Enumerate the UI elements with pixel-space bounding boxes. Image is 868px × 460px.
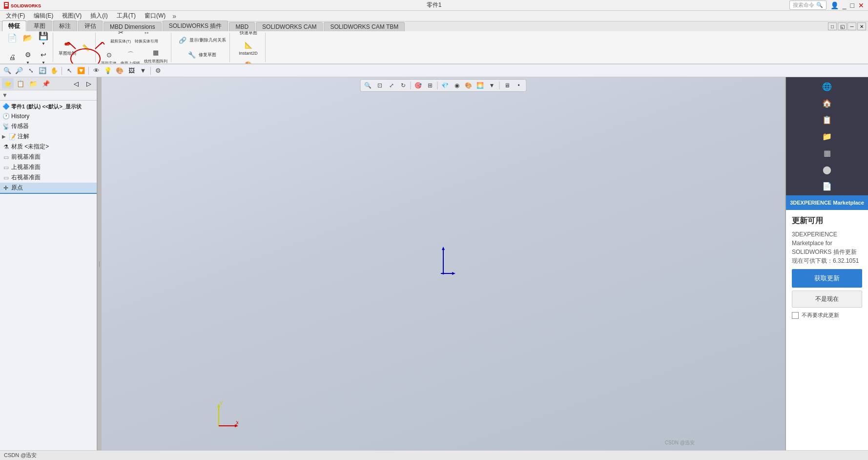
toolbar-quick-sketch-btn[interactable]: ⚡ 快速草图	[238, 31, 259, 37]
ribbon-window-btn1[interactable]: □	[828, 22, 837, 30]
sec-zoom-btn[interactable]: 🔎	[14, 65, 24, 76]
tab-mbd-dimensions[interactable]: MBD Dimensions	[103, 22, 162, 31]
vp-section-btn[interactable]: ⊞	[425, 81, 435, 90]
toolbar-repair-sketch-btn[interactable]: 🔧 修复草图	[185, 48, 218, 62]
toolbar-new-btn[interactable]: 📄	[5, 31, 20, 45]
vp-rotate-btn[interactable]: ↻	[398, 81, 409, 90]
toolbar-surface-offset-btn[interactable]: ⌒ 曲面上偏移	[119, 48, 142, 64]
vp-hide-show-btn[interactable]: 🎨	[463, 81, 474, 90]
tab-solidworks-plugins[interactable]: SOLIDWORKS 插件	[163, 21, 228, 31]
rp-grid-icon[interactable]: ▦	[818, 146, 836, 160]
toolbar-convert-btn[interactable]: ↔ 转换实体引用	[133, 31, 160, 45]
vp-viewport-btn[interactable]: 🖥	[502, 81, 513, 90]
tab-solidworks-cam-tbm[interactable]: SOLIDWORKS CAM TBM	[324, 22, 405, 31]
vp-scene-btn[interactable]: 🌅	[475, 81, 486, 90]
settings-dropdown[interactable]: ▼	[26, 61, 30, 64]
undo-dropdown[interactable]: ▼	[41, 61, 45, 64]
vp-more-btn[interactable]: •	[514, 81, 524, 90]
vp-display-style-btn[interactable]: ◉	[452, 81, 462, 90]
rp-no-remind-checkbox[interactable]	[792, 312, 799, 319]
toolbar-sketch-btn[interactable]: ✏ 草图绘制	[57, 38, 78, 58]
restore-btn[interactable]: □	[850, 1, 854, 9]
ribbon-window-btn3[interactable]: ─	[847, 22, 856, 30]
tree-item-origin[interactable]: ✛ 原点	[0, 183, 97, 194]
toolbar-print-btn[interactable]: 🖨	[5, 50, 20, 64]
vp-standard-views-btn[interactable]: 🎯	[413, 81, 424, 90]
rp-folder-icon[interactable]: 📁	[818, 129, 836, 144]
ribbon-window-close[interactable]: ✕	[857, 22, 866, 30]
menu-item-tools[interactable]: 工具(T)	[113, 11, 140, 21]
toolbar-open-btn[interactable]: 📂	[21, 31, 35, 45]
ft-tab-prev[interactable]: ◁	[70, 78, 82, 89]
sec-pan-btn[interactable]: ✋	[49, 65, 60, 76]
rp-get-update-btn[interactable]: 获取更新	[792, 269, 862, 288]
tab-evaluate[interactable]: 评估	[78, 21, 103, 31]
toolbar-settings-btn[interactable]: ⚙ ▼	[21, 48, 35, 64]
tree-item-sensors[interactable]: 📡 传感器	[0, 121, 97, 131]
ft-tab-properties[interactable]: 📋	[15, 78, 26, 89]
search-box[interactable]: 搜索命令 🔍	[789, 0, 827, 10]
vp-fit-all-btn[interactable]: ⤢	[386, 81, 397, 90]
ft-tab-config[interactable]: 📁	[27, 78, 39, 89]
user-icon[interactable]: 👤	[830, 1, 839, 9]
tab-mbd[interactable]: MBD	[229, 22, 255, 31]
sec-scene-btn[interactable]: 🖼	[126, 65, 137, 76]
vp-search-btn[interactable]: 🔍	[363, 81, 373, 90]
tree-item-front-plane[interactable]: ▭ 前视基准面	[0, 152, 97, 162]
rp-globe-icon[interactable]: 🌐	[818, 79, 836, 94]
pattern-dropdown[interactable]: ▼	[154, 64, 158, 65]
toolbar-undo-btn[interactable]: ↩ ▼	[36, 48, 51, 64]
tree-item-right-plane[interactable]: ▭ 右视基准面	[0, 172, 97, 183]
sec-filter-btn[interactable]: 🔽	[76, 65, 86, 76]
panel-collapse-handle[interactable]: │	[98, 77, 102, 450]
rp-doc-icon[interactable]: 📄	[818, 179, 836, 193]
tree-item-top-plane[interactable]: ▭ 上视基准面	[0, 162, 97, 172]
sec-search-btn[interactable]: 🔍	[2, 65, 13, 76]
ribbon-window-btn2[interactable]: ◱	[838, 22, 847, 30]
vp-view-orient-btn[interactable]: 💎	[440, 81, 451, 90]
toolbar-show-relations-btn[interactable]: 🔗 显示/删除几何关系	[175, 33, 227, 47]
vp-zoom-area-btn[interactable]: ⊡	[374, 81, 385, 90]
menu-expand-icon[interactable]: »	[172, 12, 176, 20]
ft-tab-features[interactable]: ⭐	[2, 78, 14, 89]
toolbar-instant2d-btn[interactable]: 📐 Instant2D	[237, 38, 259, 57]
rp-not-now-btn[interactable]: 不是现在	[792, 291, 862, 308]
menu-item-window[interactable]: 窗口(W)	[141, 11, 169, 21]
toolbar-color-sketch-btn[interactable]: 🎨 上色草图轮廓	[234, 58, 263, 64]
ft-tab-next[interactable]: ▷	[83, 78, 95, 89]
menu-item-insert[interactable]: 插入(I)	[86, 11, 111, 21]
sec-view-btn[interactable]: 👁	[91, 65, 102, 76]
rp-sphere-icon[interactable]: ⬤	[818, 162, 836, 177]
sec-rotate-btn[interactable]: 🔄	[37, 65, 48, 76]
sec-camera-dropdown[interactable]: ▼	[138, 65, 148, 76]
vp-scene-dropdown[interactable]: ▼	[487, 81, 497, 90]
tab-sketch[interactable]: 草图	[27, 21, 52, 31]
tab-annotation[interactable]: 标注	[53, 21, 77, 31]
toolbar-save-btn[interactable]: 💾 ▼	[36, 31, 51, 47]
sec-appearance-btn[interactable]: 🎨	[114, 65, 125, 76]
toolbar-smart-dimension-btn[interactable]: 📏	[79, 41, 93, 54]
close-btn[interactable]: ✕	[858, 1, 864, 9]
tree-root-item[interactable]: 🔷 零件1 (默认) <<默认>_显示状	[0, 102, 97, 111]
save-dropdown[interactable]: ▼	[41, 42, 45, 46]
menu-item-edit[interactable]: 编辑(E)	[30, 11, 57, 21]
minimize-btn[interactable]: _	[843, 1, 847, 9]
rp-home-icon[interactable]: 🏠	[818, 96, 836, 110]
tab-solidworks-cam[interactable]: SOLIDWORKS CAM	[256, 22, 323, 31]
sec-display-btn[interactable]: 💡	[103, 65, 113, 76]
tab-features[interactable]: 特征	[2, 21, 26, 31]
tree-item-history[interactable]: 🕐 History	[0, 111, 97, 121]
toolbar-trim-btn[interactable]: ✂ 裁剪实体(T)	[109, 31, 132, 45]
toolbar-offset-btn[interactable]: ⊙ 等距实体	[100, 48, 118, 64]
sec-fit-btn[interactable]: ⤡	[25, 65, 36, 76]
sec-select-btn[interactable]: ↖	[64, 65, 75, 76]
rp-list-icon[interactable]: 📋	[818, 112, 836, 127]
annotations-expand-arrow[interactable]: ▶	[2, 134, 7, 139]
menu-item-file[interactable]: 文件(F)	[2, 11, 29, 21]
ft-tab-display[interactable]: 📌	[40, 78, 52, 89]
tree-item-material[interactable]: ⚗ 材质 <未指定>	[0, 142, 97, 152]
tree-item-annotations[interactable]: ▶ 📝 注解	[0, 131, 97, 142]
menu-item-view[interactable]: 视图(V)	[58, 11, 85, 21]
toolbar-pattern-btn[interactable]: ▦ 线性草图阵列 ▼	[143, 46, 169, 65]
sec-view-settings[interactable]: ⚙	[153, 65, 164, 76]
